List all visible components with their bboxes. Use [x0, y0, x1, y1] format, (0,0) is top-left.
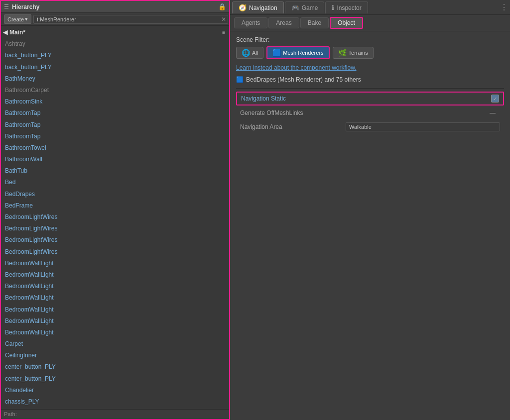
- scene-icon: ◀: [3, 28, 7, 37]
- search-input[interactable]: [33, 15, 228, 24]
- list-item[interactable]: chassis_PLY: [1, 396, 229, 408]
- list-item[interactable]: Ashtray: [1, 38, 229, 50]
- filter-terrains-button[interactable]: 🌿 Terrains: [333, 47, 374, 59]
- list-item[interactable]: back_button_PLY: [1, 50, 229, 61]
- list-item[interactable]: BedroomLightWires: [1, 211, 229, 223]
- sub-tabs: Agents Areas Bake Object: [230, 15, 510, 31]
- list-item[interactable]: BathroomTap: [1, 119, 229, 131]
- list-item[interactable]: BathTub: [1, 165, 229, 177]
- filter-buttons: 🌐 All 🟦 Mesh Renderers 🌿 Terrains: [236, 46, 504, 59]
- filter-all-button[interactable]: 🌐 All: [236, 47, 263, 59]
- list-item[interactable]: BedroomLightWires: [1, 223, 229, 234]
- sub-tab-object[interactable]: Object: [330, 17, 363, 29]
- path-bar: Path:: [1, 409, 229, 419]
- search-clear-icon[interactable]: ✕: [221, 16, 226, 23]
- list-item[interactable]: Carpet: [1, 338, 229, 350]
- list-item[interactable]: BedroomWallLight: [1, 315, 229, 327]
- object-label: 🟦 BedDrapes (Mesh Renderer) and 75 other…: [236, 76, 504, 83]
- offmesh-row: Generate OffMeshLinks —: [236, 107, 504, 118]
- main-container: ☰ Hierarchy 🔒 Create ▾ ✕ ◀ Main* ≡ Ashtr…: [0, 0, 510, 420]
- list-icon: ≡: [222, 29, 225, 37]
- list-item[interactable]: BedroomWallLight: [1, 304, 229, 315]
- nav-static-label: Navigation Static: [241, 95, 491, 102]
- tabs-bar: 🧭 Navigation 🎮 Game ℹ Inspector ⋮: [230, 0, 510, 15]
- filter-mesh-label: Mesh Renderers: [283, 50, 323, 56]
- list-item[interactable]: BedroomWallLight: [1, 281, 229, 292]
- hierarchy-title: Hierarchy: [12, 3, 39, 10]
- separator: [236, 88, 504, 89]
- sub-tab-agents[interactable]: Agents: [234, 17, 267, 28]
- object-icon: 🟦: [236, 76, 244, 83]
- list-item[interactable]: Chandelier: [1, 385, 229, 396]
- list-item[interactable]: BedroomWallLight: [1, 292, 229, 304]
- sub-tab-bake[interactable]: Bake: [300, 17, 329, 28]
- list-item[interactable]: BedroomWallLight: [1, 258, 229, 269]
- learn-link[interactable]: Learn instead about the component workfl…: [236, 64, 504, 71]
- right-panel: 🧭 Navigation 🎮 Game ℹ Inspector ⋮ Agents…: [230, 0, 510, 420]
- list-item[interactable]: BathroomTowel: [1, 142, 229, 154]
- create-button[interactable]: Create ▾: [4, 14, 31, 24]
- checkbox-check-icon: ✓: [493, 96, 497, 102]
- list-item[interactable]: BedroomWallLight: [1, 327, 229, 338]
- scene-root-label: Main*: [9, 28, 25, 37]
- object-label-text: BedDrapes (Mesh Renderer) and 75 others: [246, 76, 361, 83]
- list-item[interactable]: BedFrame: [1, 200, 229, 211]
- list-item[interactable]: BathMoney: [1, 73, 229, 85]
- nav-area-row: Navigation Area Walkable Not Walkable Ju…: [236, 120, 504, 133]
- hamburger-icon: ☰: [4, 3, 9, 10]
- sub-tab-areas[interactable]: Areas: [268, 17, 299, 28]
- offmesh-value: —: [485, 109, 500, 116]
- list-item[interactable]: center_button_PLY: [1, 361, 229, 373]
- tab-navigation-label: Navigation: [249, 4, 277, 11]
- tab-game[interactable]: 🎮 Game: [285, 1, 325, 13]
- hierarchy-toolbar: Create ▾ ✕: [1, 13, 229, 26]
- list-item[interactable]: center_button_PLY: [1, 373, 229, 385]
- list-item[interactable]: CeilingInner: [1, 350, 229, 361]
- lock-icon[interactable]: 🔒: [218, 3, 226, 10]
- list-item[interactable]: BathroomWall: [1, 154, 229, 165]
- list-item[interactable]: BedDrapes: [1, 189, 229, 200]
- scene-root-item[interactable]: ◀ Main* ≡: [1, 27, 229, 38]
- tab-inspector-label: Inspector: [337, 4, 361, 11]
- list-item[interactable]: BedroomLightWires: [1, 246, 229, 258]
- list-item[interactable]: BathroomTap: [1, 131, 229, 142]
- hierarchy-panel: ☰ Hierarchy 🔒 Create ▾ ✕ ◀ Main* ≡ Ashtr…: [0, 0, 230, 420]
- terrains-icon: 🌿: [338, 49, 347, 57]
- list-item[interactable]: BedroomLightWires: [1, 234, 229, 246]
- hierarchy-titlebar: ☰ Hierarchy 🔒: [1, 0, 229, 13]
- nav-static-row: Navigation Static ✓: [236, 92, 504, 105]
- game-tab-icon: 🎮: [291, 4, 299, 11]
- list-item[interactable]: Bed: [1, 177, 229, 188]
- nav-content: Scene Filter: 🌐 All 🟦 Mesh Renderers 🌿 T…: [230, 31, 510, 420]
- filter-mesh-renderers-button[interactable]: 🟦 Mesh Renderers: [266, 46, 329, 59]
- navigation-tab-icon: 🧭: [239, 4, 247, 11]
- list-item[interactable]: BedroomWallLight: [1, 269, 229, 281]
- tab-inspector[interactable]: ℹ Inspector: [325, 1, 368, 13]
- mesh-renderer-icon: 🟦: [272, 49, 281, 57]
- offmesh-label: Generate OffMeshLinks: [240, 109, 485, 116]
- tab-options-icon[interactable]: ⋮: [500, 2, 508, 12]
- scene-filter-label: Scene Filter:: [236, 36, 504, 43]
- hierarchy-list[interactable]: ◀ Main* ≡ Ashtrayback_button_PLYback_but…: [1, 26, 229, 409]
- filter-all-label: All: [252, 50, 258, 56]
- nav-area-label: Navigation Area: [240, 123, 346, 130]
- nav-static-checkbox[interactable]: ✓: [491, 95, 499, 103]
- all-icon: 🌐: [242, 49, 250, 57]
- tab-game-label: Game: [302, 4, 318, 11]
- list-item[interactable]: BathroomTap: [1, 107, 229, 119]
- list-item[interactable]: back_button_PLY: [1, 62, 229, 73]
- list-item[interactable]: BathroomCarpet: [1, 85, 229, 96]
- nav-area-dropdown[interactable]: Walkable Not Walkable Jump: [346, 122, 500, 131]
- tab-navigation[interactable]: 🧭 Navigation: [232, 1, 284, 13]
- inspector-tab-icon: ℹ: [332, 4, 334, 11]
- filter-terrains-label: Terrains: [349, 50, 368, 56]
- list-item[interactable]: BathroomSink: [1, 96, 229, 107]
